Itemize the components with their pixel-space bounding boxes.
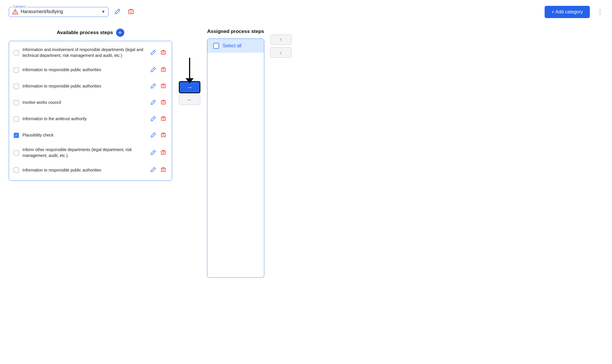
svg-rect-27: [161, 134, 165, 137]
step-actions-7: [150, 149, 167, 157]
step-edit-button-5[interactable]: [150, 115, 157, 123]
svg-rect-31: [161, 151, 165, 154]
move-up-button[interactable]: ↑: [270, 34, 292, 45]
step-edit-button-2[interactable]: [150, 66, 157, 74]
step-text-3: Information to responsible public author…: [22, 83, 146, 89]
assigned-steps-list: Select all: [207, 38, 264, 278]
down-arrow-icon: ↓: [280, 50, 282, 55]
add-step-button[interactable]: +: [116, 29, 124, 37]
assigned-panel: Assigned process steps Select all: [207, 29, 264, 278]
step-edit-button-4[interactable]: [150, 99, 157, 106]
step-delete-button-2[interactable]: [160, 66, 167, 74]
edit-category-button[interactable]: [113, 7, 122, 17]
step-checkbox-3[interactable]: [14, 84, 19, 89]
main-content: Available process steps + Information an…: [9, 29, 603, 278]
delete-category-button[interactable]: [127, 7, 135, 17]
select-all-checkbox[interactable]: [213, 43, 219, 49]
list-item: Involve works council: [9, 94, 172, 111]
transfer-buttons: → ←: [179, 81, 200, 105]
arrow-line: [189, 58, 190, 78]
step-checkbox-1[interactable]: [14, 50, 19, 55]
more-icon: ⋮: [597, 8, 603, 15]
list-item: Inform other responsible departments (le…: [9, 144, 172, 162]
top-bar: Category Harassment/bullying ▼: [9, 6, 603, 18]
svg-rect-3: [129, 10, 133, 14]
list-item: Information to the antitrust authority: [9, 111, 172, 127]
category-label: Category: [12, 5, 27, 8]
page: Category Harassment/bullying ▼: [0, 0, 612, 364]
list-item: Information to responsible public author…: [9, 78, 172, 94]
add-category-button[interactable]: + Add category: [545, 6, 590, 18]
step-delete-button-8[interactable]: [160, 166, 167, 174]
available-panel-header: Available process steps +: [9, 29, 172, 37]
step-actions-8: [150, 166, 167, 174]
order-buttons: ↑ ↓: [270, 34, 292, 58]
step-delete-button-5[interactable]: [160, 115, 167, 123]
more-options-button[interactable]: ⋮: [597, 8, 603, 16]
list-item: Information to responsible public author…: [9, 162, 172, 178]
available-panel: Available process steps + Information an…: [9, 29, 172, 181]
step-checkbox-7[interactable]: [14, 150, 19, 155]
category-dropdown[interactable]: Harassment/bullying ▼: [12, 8, 105, 15]
step-text-6: Plausibility check: [22, 132, 146, 138]
step-edit-button-1[interactable]: [150, 49, 157, 57]
right-section: Assigned process steps Select all ↑ ↓: [207, 29, 292, 278]
list-item: Plausibility check: [9, 127, 172, 144]
step-delete-button-1[interactable]: [160, 49, 167, 57]
list-item: Information and involvement of responsib…: [9, 43, 172, 62]
step-delete-button-6[interactable]: [160, 132, 167, 139]
backward-arrow-icon: ←: [187, 97, 192, 103]
step-text-8: Information to responsible public author…: [22, 167, 146, 173]
arrow-down-indicator: [186, 58, 194, 83]
step-edit-button-6[interactable]: [150, 132, 157, 139]
assigned-panel-title: Assigned process steps: [207, 29, 264, 34]
svg-rect-35: [161, 168, 165, 172]
transfer-backward-button[interactable]: ←: [179, 94, 200, 105]
select-all-label: Select all: [223, 43, 242, 48]
chevron-down-icon: ▼: [101, 9, 105, 14]
svg-rect-15: [161, 85, 165, 88]
step-text-4: Involve works council: [22, 100, 146, 106]
step-edit-button-3[interactable]: [150, 83, 157, 90]
category-selected-text: Harassment/bullying: [21, 9, 63, 14]
svg-point-2: [15, 13, 15, 14]
step-text-2: Information to responsible public author…: [22, 67, 146, 73]
forward-arrow-icon: →: [187, 84, 193, 91]
category-wrapper: Category Harassment/bullying ▼: [9, 7, 109, 17]
select-all-row: Select all: [207, 39, 264, 53]
transfer-area: → ←: [172, 29, 207, 105]
svg-rect-23: [161, 117, 165, 120]
svg-rect-7: [161, 51, 165, 54]
available-panel-title: Available process steps: [57, 30, 113, 36]
up-arrow-icon: ↑: [280, 37, 282, 42]
step-actions-3: [150, 83, 167, 90]
svg-rect-19: [161, 101, 165, 104]
step-checkbox-6[interactable]: [14, 133, 19, 138]
step-delete-button-3[interactable]: [160, 83, 167, 90]
add-step-icon: +: [118, 29, 122, 36]
step-delete-button-7[interactable]: [160, 149, 167, 157]
step-checkbox-4[interactable]: [14, 100, 19, 105]
arrow-head: [186, 78, 194, 83]
harassment-icon: [12, 8, 18, 15]
step-text-5: Information to the antitrust authority: [22, 116, 146, 122]
move-down-button[interactable]: ↓: [270, 47, 292, 58]
step-actions-2: [150, 66, 167, 74]
svg-rect-11: [161, 68, 165, 71]
list-item: Information to responsible public author…: [9, 62, 172, 78]
step-checkbox-8[interactable]: [14, 167, 19, 173]
step-text-7: Inform other responsible departments (le…: [22, 147, 146, 158]
step-edit-button-7[interactable]: [150, 149, 157, 157]
category-select-left: Harassment/bullying: [12, 8, 63, 15]
available-steps-list: Information and involvement of responsib…: [9, 41, 172, 181]
step-actions-6: [150, 132, 167, 139]
step-text-1: Information and involvement of responsib…: [22, 47, 146, 58]
assigned-panel-header: Assigned process steps: [207, 29, 264, 34]
step-checkbox-2[interactable]: [14, 67, 19, 73]
step-actions-5: [150, 115, 167, 123]
add-category-label: + Add category: [552, 9, 583, 15]
step-delete-button-4[interactable]: [160, 99, 167, 106]
step-checkbox-5[interactable]: [14, 116, 19, 122]
step-actions-1: [150, 49, 167, 57]
step-edit-button-8[interactable]: [150, 166, 157, 174]
